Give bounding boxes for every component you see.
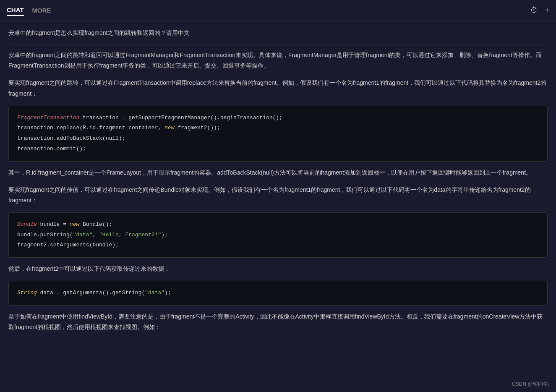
header-icons: ⏱ + — [530, 6, 549, 15]
code-string-1: data = getArguments().getString( — [37, 290, 145, 296]
code-text-1: transaction = getSupportFragmentManager(… — [79, 115, 282, 121]
code-block-1: FragmentTransaction transaction = getSup… — [8, 106, 548, 162]
tab-more[interactable]: MORE — [32, 5, 51, 16]
code-str-1: "data" — [73, 232, 93, 238]
tab-chat[interactable]: CHAT — [7, 5, 24, 16]
code-block-3: String data = getArguments().getString("… — [8, 281, 548, 306]
separator — [8, 44, 548, 45]
code-keyword-1: FragmentTransaction — [17, 115, 79, 121]
footer-brand: CSDN @驼同学. — [512, 381, 549, 388]
code-text-4: transaction.addToBackStack(null); — [17, 135, 125, 141]
header-tabs: CHAT MORE — [7, 5, 51, 16]
code-str-2: "Hello, Fragment2!" — [99, 232, 161, 238]
code-text-2: transaction.replace(R.id.fragment_contai… — [17, 125, 164, 131]
code-kw-bundle: Bundle — [17, 221, 37, 227]
main-content: 安卓中的fragment是怎么实现fragment之间的跳转和返回的？请用中文 … — [0, 21, 556, 348]
answer-paragraph-2: 要实现fragment之间的跳转，可以通过在FragmentTransactio… — [8, 78, 548, 99]
code-bundle-5: ); — [161, 232, 168, 238]
answer-paragraph-4: 要实现fragment之间的传值，可以通过在fragment之间传递Bundle… — [8, 185, 548, 206]
code-text-5: transaction.commit(); — [17, 146, 86, 152]
code-string-2: ); — [164, 290, 171, 296]
code-bundle-6: fragment2.setArguments(bundle); — [17, 242, 119, 248]
code-bundle-2: Bundle(); — [79, 221, 112, 227]
code-bundle-4: , — [92, 232, 99, 238]
code-keyword-2: new — [164, 125, 174, 131]
code-kw-string: String — [17, 290, 37, 296]
header: CHAT MORE ⏱ + — [0, 0, 556, 21]
code-bundle-1: bundle = — [37, 221, 70, 227]
user-question: 安卓中的fragment是怎么实现fragment之间的跳转和返回的？请用中文 — [8, 29, 548, 37]
answer-paragraph-6: 至于如何在fragment中使用findViewById，需要注意的是，由于fr… — [8, 311, 548, 332]
code-kw-new: new — [70, 221, 79, 227]
code-bundle-3: bundle.putString( — [17, 232, 73, 238]
code-str-3: "data" — [145, 290, 164, 296]
code-block-2: Bundle bundle = new Bundle(); bundle.put… — [8, 212, 548, 258]
history-icon[interactable]: ⏱ — [530, 6, 538, 15]
answer-paragraph-1: 安卓中的fragment之间的跳转和返回可以通过FragmentManager和… — [8, 50, 548, 71]
answer-paragraph-3: 其中，R.id.fragment_container是一个FrameLayout… — [8, 167, 548, 178]
code-text-3: fragment2()); — [174, 125, 220, 131]
answer-paragraph-5: 然后，在fragment2中可以通过以下代码获取传递过来的数据： — [8, 264, 548, 274]
add-icon[interactable]: + — [545, 6, 549, 15]
